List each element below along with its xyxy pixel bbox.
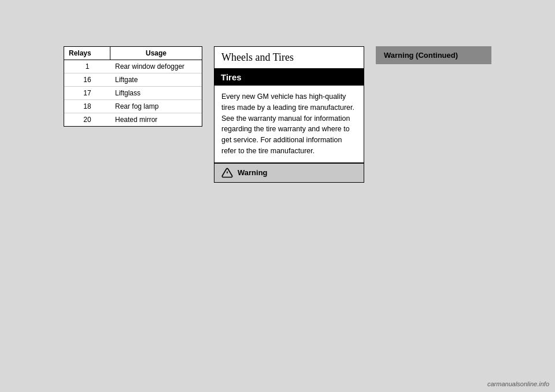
table-row: 16 Liftgate: [64, 73, 202, 87]
usage-col-header: Usage: [110, 47, 202, 60]
relay-table-header: Relays Usage: [64, 47, 202, 60]
relay-number: 16: [64, 73, 110, 86]
relay-number: 20: [64, 113, 110, 126]
relay-usage: Liftglass: [110, 87, 202, 99]
subsection-title: Tires: [214, 69, 364, 86]
relay-col-header: Relays: [64, 47, 110, 60]
left-column: Relays Usage 1 Rear window defogger 16 L…: [64, 46, 202, 127]
page-container: Relays Usage 1 Rear window defogger 16 L…: [0, 0, 555, 392]
right-column: Warning (Continued): [376, 46, 491, 64]
table-row: 18 Rear fog lamp: [64, 100, 202, 113]
relay-usage: Heated mirror: [110, 113, 202, 126]
warning-icon: [221, 167, 233, 179]
relay-number: 1: [64, 60, 110, 73]
section-title: Wheels and Tires: [214, 46, 364, 69]
relay-usage: Liftgate: [110, 73, 202, 86]
relay-number: 18: [64, 100, 110, 113]
warning-label: Warning: [238, 168, 268, 177]
watermark: carmanualsonline.info: [487, 380, 549, 387]
table-row: 20 Heated mirror: [64, 113, 202, 126]
content-text: Every new GM vehicle has high-quality ti…: [214, 86, 364, 163]
relay-table: Relays Usage 1 Rear window defogger 16 L…: [64, 46, 202, 127]
warning-box: Warning: [214, 163, 364, 183]
relay-usage: Rear window defogger: [110, 60, 202, 73]
warning-continued-box: Warning (Continued): [376, 46, 491, 64]
relay-number: 17: [64, 87, 110, 99]
middle-column: Wheels and Tires Tires Every new GM vehi…: [214, 46, 364, 183]
table-row: 1 Rear window defogger: [64, 60, 202, 73]
table-row: 17 Liftglass: [64, 87, 202, 100]
relay-usage: Rear fog lamp: [110, 100, 202, 113]
